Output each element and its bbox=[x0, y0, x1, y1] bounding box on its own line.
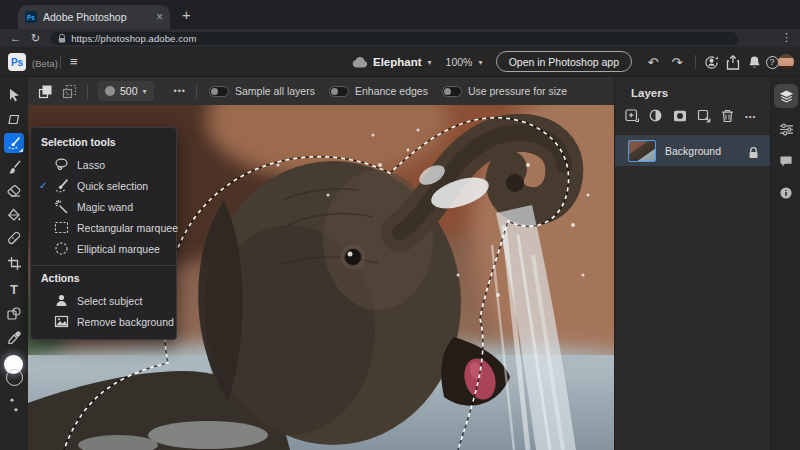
brush-size-value: 500 bbox=[120, 85, 138, 97]
shapes-tool[interactable] bbox=[6, 305, 22, 321]
chevron-down-icon: ▾ bbox=[478, 58, 482, 67]
use-pressure-label: Use pressure for size bbox=[468, 85, 567, 97]
swap-colors-icon[interactable] bbox=[6, 397, 22, 413]
notifications-bell-icon[interactable] bbox=[745, 47, 763, 77]
select-subject-icon bbox=[54, 293, 69, 308]
subtract-from-selection-icon[interactable] bbox=[62, 84, 77, 99]
menu-item-rectangular-marquee[interactable]: Rectangular marquee bbox=[31, 217, 176, 238]
magic-wand-icon bbox=[54, 199, 69, 214]
new-tab-button[interactable]: + bbox=[182, 6, 191, 23]
transform-selection-tool[interactable] bbox=[6, 111, 22, 127]
panel-strip bbox=[770, 77, 800, 450]
sample-all-layers-label: Sample all layers bbox=[235, 85, 315, 97]
add-layer-icon[interactable] bbox=[625, 109, 639, 123]
eraser-tool[interactable] bbox=[6, 183, 22, 199]
adjustments-panel-tab[interactable] bbox=[774, 117, 798, 141]
document-name: Elephant bbox=[373, 56, 422, 68]
menu-item-quick-selection[interactable]: ✓ Quick selection bbox=[31, 175, 176, 196]
info-panel-tab[interactable] bbox=[774, 181, 798, 205]
https-lock-icon bbox=[58, 34, 66, 43]
divider bbox=[60, 55, 61, 69]
tools-sidebar: T bbox=[0, 77, 28, 450]
layer-name: Background bbox=[665, 145, 748, 157]
browser-toolbar: ← ↻ https://photoshop.adobe.com bbox=[0, 29, 800, 47]
quick-selection-icon bbox=[54, 178, 69, 193]
zoom-level[interactable]: 100% bbox=[446, 56, 473, 68]
chevron-down-icon: ▾ bbox=[428, 58, 432, 67]
export-share-icon[interactable] bbox=[724, 47, 742, 77]
url-text: https://photoshop.adobe.com bbox=[71, 33, 196, 44]
menu-item-lasso[interactable]: Lasso bbox=[31, 154, 176, 175]
hamburger-menu-icon[interactable]: ≡ bbox=[70, 54, 78, 69]
use-pressure-toggle[interactable] bbox=[442, 86, 462, 97]
tab-title: Adobe Photoshop bbox=[43, 11, 152, 23]
browser-tab[interactable]: Ps Adobe Photoshop × bbox=[18, 5, 170, 29]
browser-menu-icon[interactable]: ⋮ bbox=[781, 31, 792, 44]
browser-tabstrip: Ps Adobe Photoshop × + bbox=[0, 0, 800, 29]
photoshop-web-window: Ps Adobe Photoshop × + ← ↻ https://photo… bbox=[0, 0, 800, 450]
background-color-swatch[interactable] bbox=[6, 369, 23, 386]
divider bbox=[695, 55, 696, 69]
flyout-divider bbox=[31, 265, 176, 266]
healing-brush-tool[interactable] bbox=[6, 231, 22, 247]
chevron-down-icon: ▾ bbox=[143, 87, 147, 96]
layers-panel-title: Layers bbox=[615, 77, 770, 99]
check-icon: ✓ bbox=[39, 180, 54, 191]
brush-preview-icon bbox=[105, 86, 115, 96]
paint-bucket-tool[interactable] bbox=[6, 207, 22, 223]
layer-mask-icon[interactable] bbox=[673, 109, 687, 123]
menu-item-remove-background[interactable]: Remove background bbox=[31, 311, 176, 332]
rectangular-marquee-icon bbox=[54, 220, 69, 235]
add-to-selection-icon[interactable] bbox=[38, 84, 53, 99]
layers-panel: Layers ••• Background bbox=[614, 77, 770, 450]
menu-item-elliptical-marquee[interactable]: Elliptical marquee bbox=[31, 238, 176, 259]
lasso-icon bbox=[54, 157, 69, 172]
flyout-title: Selection tools bbox=[31, 136, 176, 154]
crop-tool[interactable] bbox=[6, 255, 22, 271]
beta-badge: (Beta) bbox=[32, 58, 58, 69]
layer-thumbnail[interactable] bbox=[628, 140, 656, 162]
back-icon[interactable]: ← bbox=[10, 33, 21, 44]
sample-all-layers-toggle[interactable] bbox=[209, 86, 229, 97]
address-bar[interactable]: https://photoshop.adobe.com bbox=[50, 32, 738, 45]
layer-row-background[interactable]: Background bbox=[615, 135, 771, 166]
menu-item-magic-wand[interactable]: Magic wand bbox=[31, 196, 176, 217]
selection-tools-flyout: Selection tools Lasso ✓ Quick selection … bbox=[30, 127, 177, 340]
comments-panel-tab[interactable] bbox=[774, 149, 798, 173]
type-tool[interactable]: T bbox=[6, 281, 22, 297]
photoshop-logo: Ps bbox=[8, 53, 26, 71]
brush-tool[interactable] bbox=[6, 159, 22, 175]
reload-icon[interactable]: ↻ bbox=[31, 33, 40, 44]
elliptical-marquee-icon bbox=[54, 241, 69, 256]
transform-layer-icon[interactable] bbox=[697, 109, 711, 123]
app-header: Ps (Beta) ≡ Elephant ▾ 100% ▾ Open in Ph… bbox=[0, 47, 800, 77]
photoshop-favicon: Ps bbox=[25, 11, 37, 23]
delete-layer-icon[interactable] bbox=[721, 109, 735, 123]
eyedropper-tool[interactable] bbox=[6, 329, 22, 345]
more-options-icon[interactable]: ••• bbox=[174, 86, 186, 96]
enhance-edges-label: Enhance edges bbox=[355, 85, 428, 97]
quick-selection-tool[interactable] bbox=[4, 133, 24, 153]
adjustment-icon[interactable] bbox=[649, 109, 663, 123]
open-in-photoshop-app-button[interactable]: Open in Photoshop app bbox=[496, 51, 632, 72]
document-switcher[interactable]: Elephant ▾ 100% ▾ bbox=[352, 47, 482, 77]
actions-title: Actions bbox=[31, 272, 176, 290]
layers-panel-tab[interactable] bbox=[774, 84, 798, 108]
brush-size-dropdown[interactable]: 500 ▾ bbox=[98, 81, 154, 101]
cloud-icon bbox=[352, 57, 367, 68]
remove-background-icon bbox=[54, 314, 69, 329]
enhance-edges-toggle[interactable] bbox=[329, 86, 349, 97]
tab-close-icon[interactable]: × bbox=[156, 11, 163, 23]
layers-more-icon[interactable]: ••• bbox=[745, 112, 756, 121]
redo-icon[interactable]: ↷ bbox=[668, 47, 686, 77]
invite-people-icon[interactable] bbox=[702, 47, 720, 77]
move-tool[interactable] bbox=[6, 87, 22, 103]
lock-icon[interactable] bbox=[748, 145, 759, 157]
user-avatar[interactable] bbox=[778, 54, 794, 70]
tool-options-bar: 500 ▾ ••• Sample all layers Enhance edge… bbox=[28, 77, 614, 105]
undo-icon[interactable]: ↶ bbox=[644, 47, 662, 77]
tool-flyout-indicator bbox=[19, 148, 23, 152]
menu-item-select-subject[interactable]: Select subject bbox=[31, 290, 176, 311]
